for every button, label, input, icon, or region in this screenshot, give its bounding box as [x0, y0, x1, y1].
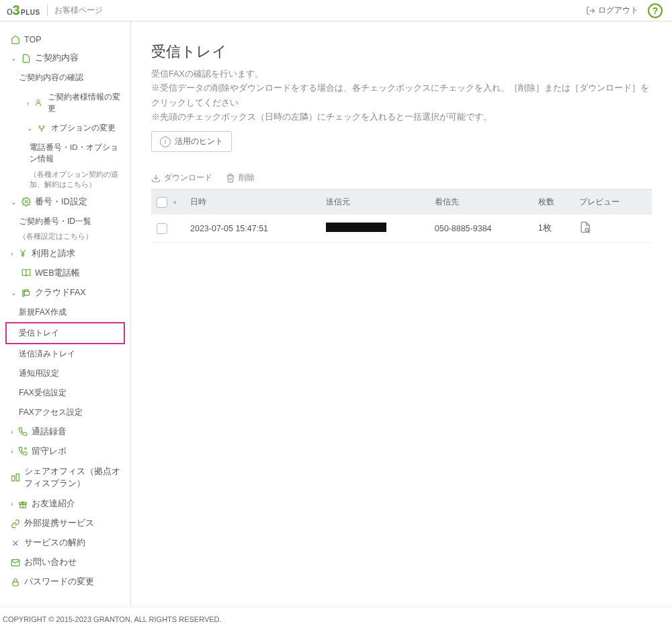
- sidebar-item-contact[interactable]: お問い合わせ: [0, 553, 130, 572]
- sidebar-item-billing[interactable]: › 利用と請求: [0, 244, 130, 264]
- chevron-right-icon: ›: [11, 428, 13, 436]
- col-recipient[interactable]: 着信先: [429, 190, 533, 215]
- hint-label: 活用のヒント: [175, 136, 223, 147]
- hint-button[interactable]: i 活用のヒント: [151, 131, 232, 152]
- sidebar-item-phone-option-info[interactable]: 電話番号・ID・オプション情報: [0, 138, 130, 169]
- sidebar-label: 電話番号・ID・オプション情報: [30, 142, 124, 165]
- sidebar-item-number-id-list[interactable]: ご契約番号・ID一覧: [0, 212, 130, 231]
- svg-point-1: [37, 100, 40, 103]
- close-icon: [11, 539, 20, 548]
- sidebar-item-top[interactable]: TOP: [0, 31, 130, 48]
- col-sender[interactable]: 送信元: [321, 190, 429, 215]
- options-icon: [38, 124, 47, 132]
- sidebar-label: TOP: [24, 35, 41, 44]
- sidebar-item-share-office[interactable]: シェアオフィス（拠点オフィスプラン）: [0, 461, 130, 495]
- sidebar-item-notify-settings[interactable]: 通知用設定: [0, 364, 130, 383]
- svg-rect-9: [12, 476, 15, 481]
- yen-icon: [18, 249, 28, 258]
- svg-point-2: [39, 126, 40, 127]
- sidebar-label: FAXアクセス設定: [19, 407, 83, 418]
- sidebar-label: お問い合わせ: [24, 557, 77, 568]
- sort-icon[interactable]: ▾: [173, 199, 177, 206]
- sidebar-item-rusu-repo[interactable]: › 留守レポ: [0, 442, 130, 461]
- download-button[interactable]: ダウンロード: [151, 172, 212, 184]
- chevron-down-icon: ⌄: [11, 54, 16, 62]
- sidebar: TOP ⌄ ご契約内容 ご契約内容の確認 › ご契約者様情報の変更 ⌄ オプショ…: [0, 22, 131, 606]
- help-icon[interactable]: ?: [648, 3, 663, 18]
- col-datetime[interactable]: 日時: [185, 190, 321, 215]
- svg-rect-7: [23, 290, 24, 297]
- preview-icon[interactable]: [579, 226, 591, 235]
- sidebar-item-fax-recv-settings[interactable]: FAX受信設定: [0, 383, 130, 403]
- sidebar-label: サービスの解約: [24, 537, 85, 549]
- sidebar-item-sent[interactable]: 送信済みトレイ: [0, 344, 130, 364]
- svg-rect-16: [13, 582, 18, 586]
- sidebar-label: ご契約内容: [35, 52, 79, 64]
- delete-button[interactable]: 削除: [226, 172, 255, 184]
- header-left: o3PLUS お客様ページ: [7, 3, 103, 18]
- sidebar-item-inbox[interactable]: 受信トレイ: [5, 322, 125, 344]
- chevron-down-icon: ⌄: [27, 124, 32, 132]
- chevron-right-icon: ›: [11, 250, 13, 258]
- footer: COPYRIGHT © 2015-2023 GRANTON, ALL RIGHT…: [0, 606, 672, 628]
- person-icon: [34, 99, 43, 107]
- sidebar-item-subscriber-change[interactable]: › ご契約者様情報の変更: [0, 87, 130, 118]
- logout-label: ログアウト: [598, 5, 638, 16]
- sidebar-label: ご契約内容の確認: [19, 72, 83, 83]
- sidebar-item-contract[interactable]: ⌄ ご契約内容: [0, 48, 130, 68]
- sidebar-item-fax-access-settings[interactable]: FAXアクセス設定: [0, 403, 130, 422]
- office-icon: [11, 473, 20, 482]
- description-2: ※受信データの削除やダウンロードをする場合は、各チェックボックスにチェックを入れ…: [151, 81, 652, 110]
- sidebar-item-contract-confirm[interactable]: ご契約内容の確認: [0, 68, 130, 87]
- sidebar-label: 受信トレイ: [19, 327, 59, 339]
- info-icon: i: [160, 136, 171, 147]
- gift-icon: [18, 500, 28, 509]
- sidebar-item-new-fax[interactable]: 新規FAX作成: [0, 303, 130, 322]
- sidebar-item-password-change[interactable]: パスワードの変更: [0, 572, 130, 592]
- svg-point-3: [43, 126, 44, 127]
- link-icon: [11, 519, 20, 528]
- svg-point-4: [41, 130, 42, 131]
- toolbar: ダウンロード 削除: [151, 172, 652, 189]
- sidebar-label: FAX受信設定: [19, 387, 67, 399]
- sidebar-sublabel: （各種設定はこちら）: [0, 231, 130, 244]
- cell-datetime: 2023-07-05 15:47:51: [185, 214, 321, 243]
- sidebar-item-web-phonebook[interactable]: WEB電話帳: [0, 264, 130, 283]
- sidebar-item-external-service[interactable]: 外部提携サービス: [0, 514, 130, 533]
- fax-icon: [22, 288, 31, 297]
- sidebar-item-referral[interactable]: › お友達紹介: [0, 494, 130, 514]
- sidebar-sublabel: （各種オプション契約の追加、解約はこちら）: [0, 169, 130, 192]
- sidebar-item-number-id[interactable]: ⌄ 番号・ID設定: [0, 192, 130, 212]
- download-label: ダウンロード: [164, 172, 212, 184]
- description-1: 受信FAXの確認を行います。: [151, 67, 652, 81]
- sidebar-label: ご契約番号・ID一覧: [19, 216, 91, 227]
- sidebar-label: オプションの変更: [51, 122, 116, 134]
- svg-rect-6: [24, 291, 30, 295]
- sidebar-label: お友達紹介: [32, 498, 75, 510]
- mail-icon: [11, 558, 20, 567]
- sidebar-item-cloud-fax[interactable]: ⌄ クラウドFAX: [0, 283, 130, 303]
- gear-icon: [22, 197, 31, 206]
- select-all-checkbox[interactable]: [157, 197, 167, 208]
- sidebar-item-call-recording[interactable]: › 通話録音: [0, 422, 130, 442]
- cell-preview: [574, 214, 652, 243]
- body: TOP ⌄ ご契約内容 ご契約内容の確認 › ご契約者様情報の変更 ⌄ オプショ…: [0, 22, 672, 606]
- sidebar-item-option-change[interactable]: ⌄ オプションの変更: [0, 118, 130, 138]
- col-pages[interactable]: 枚数: [533, 190, 574, 215]
- sidebar-item-cancel-service[interactable]: サービスの解約: [0, 533, 130, 553]
- fax-table: ▾ 日時 送信元 着信先 枚数 プレビュー 2023-07-05 15:47:5…: [151, 189, 652, 243]
- logout-link[interactable]: ログアウト: [586, 5, 638, 16]
- page-label: お客様ページ: [47, 5, 103, 16]
- table-row: 2023-07-05 15:47:51 050-8885-9384 1枚: [151, 214, 652, 243]
- logo[interactable]: o3PLUS: [7, 3, 40, 18]
- chevron-right-icon: ›: [11, 448, 13, 455]
- sidebar-label: WEB電話帳: [35, 268, 80, 279]
- svg-rect-10: [16, 474, 19, 481]
- row-checkbox[interactable]: [157, 223, 167, 234]
- col-preview: プレビュー: [574, 190, 652, 215]
- voicemail-icon: [18, 446, 28, 456]
- logo-o: o: [7, 5, 12, 17]
- svg-point-5: [25, 200, 28, 203]
- chevron-down-icon: ⌄: [11, 289, 16, 297]
- cell-pages: 1枚: [533, 214, 574, 243]
